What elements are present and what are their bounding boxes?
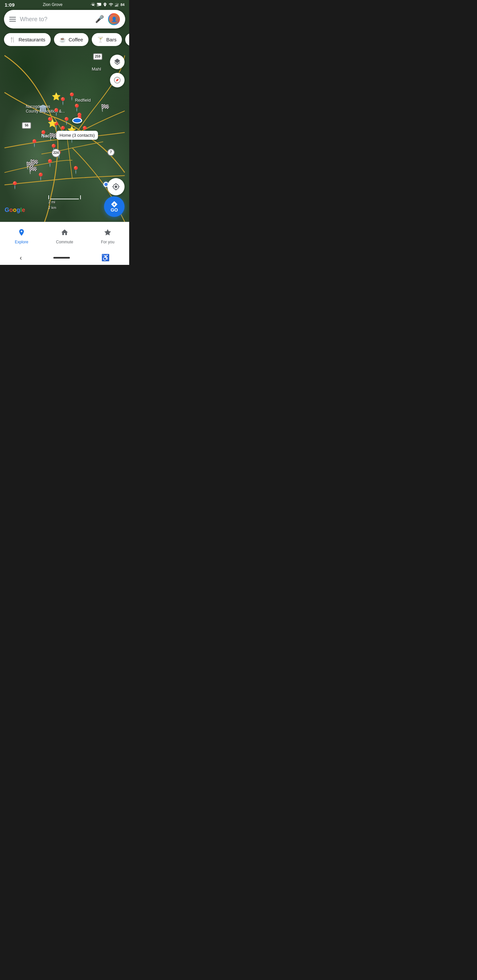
status-icons: 84 [91, 2, 124, 7]
foryou-label: For you [101, 240, 115, 244]
home-bar[interactable] [53, 257, 70, 259]
alarm-icon [91, 2, 96, 7]
map-pin-teal-1[interactable]: 📍 [67, 93, 76, 100]
foryou-icon [104, 228, 112, 239]
scale-text-km: 2 km [48, 205, 56, 210]
signal-icon [115, 2, 119, 7]
nav-commute[interactable]: Commute [43, 228, 86, 244]
search-bar-container: Where to? 🎤 👤 [4, 10, 125, 29]
back-button[interactable]: ‹ [11, 251, 30, 264]
map-pin-teal-18[interactable]: 📍 [36, 173, 45, 180]
layers-button[interactable] [110, 55, 124, 69]
map-pin-teal-13[interactable]: 📍 [30, 140, 39, 147]
map-label-mahl: Mahl [92, 67, 101, 72]
map-pin-yellow-1[interactable]: ⭐ [52, 93, 61, 100]
system-nav: ‹ ♿ [0, 250, 129, 265]
bottom-nav: Explore Commute For you [0, 222, 129, 250]
avatar-image: 👤 [109, 14, 119, 24]
map-pin-green-bottom-2[interactable]: 🏁 [26, 162, 35, 169]
search-placeholder[interactable]: Where to? [20, 16, 91, 23]
bars-icon: 🍸 [97, 37, 104, 43]
hamburger-menu[interactable] [9, 17, 16, 22]
map-pin-yellow-2[interactable]: ⭐ [48, 120, 57, 127]
pill-coffee[interactable]: ☕ Coffee [54, 33, 88, 46]
pill-restaurants-label: Restaurants [19, 37, 45, 42]
map-pin-teal-11[interactable]: 📍 [39, 131, 48, 138]
coffee-icon: ☕ [59, 37, 66, 43]
restaurants-icon: 🍴 [9, 37, 16, 43]
status-time: 1:09 [5, 2, 14, 8]
map-pin-teal-4[interactable]: 📍 [52, 108, 61, 116]
pill-more[interactable]: ··· More [125, 33, 129, 46]
route-sign-56: 56 [22, 122, 31, 129]
map-pin-teal-6[interactable]: 📍 [62, 118, 71, 125]
location-icon [103, 2, 107, 7]
explore-icon [18, 228, 26, 239]
home-popup[interactable]: Home (3 contacts) [56, 131, 98, 140]
explore-label: Explore [15, 240, 29, 244]
user-avatar[interactable]: 👤 [108, 13, 120, 25]
pill-bars-label: Bars [106, 37, 116, 42]
map-label-redfield: Redfield [75, 98, 91, 103]
map-pin-teal-3[interactable]: 📍 [72, 104, 81, 111]
pill-restaurants[interactable]: 🍴 Restaurants [4, 33, 51, 46]
go-nav-icon [111, 200, 118, 208]
map-pin-teal-16[interactable]: 📍 [45, 159, 54, 167]
svg-rect-2 [117, 4, 118, 6]
cast-icon [97, 2, 101, 7]
map-pin-green-1[interactable]: 🏁 [101, 104, 110, 111]
scale-bar: 2 mi 2 km [48, 195, 81, 210]
scale-text-miles: 2 mi [48, 200, 55, 204]
map-pin-gray[interactable]: 🏛️ [39, 104, 47, 112]
google-logo: Google [5, 207, 25, 213]
wifi-icon [108, 2, 113, 7]
svg-rect-1 [116, 5, 116, 6]
compass-button[interactable] [110, 73, 124, 88]
search-bar[interactable]: Where to? 🎤 👤 [4, 10, 125, 29]
accessibility-button[interactable]: ♿ [93, 251, 118, 264]
route-sign-259: 259 [93, 53, 102, 60]
nav-foryou[interactable]: For you [86, 228, 129, 244]
category-pills: 🍴 Restaurants ☕ Coffee 🍸 Bars ··· More [0, 33, 129, 46]
location-button[interactable] [107, 178, 124, 195]
route-sign-7: 7 [107, 149, 115, 156]
pill-bars[interactable]: 🍸 Bars [92, 33, 122, 46]
route-sign-224: 224 [52, 149, 60, 157]
status-bar: 1:09 Zion Grove 84 [0, 0, 129, 9]
go-label: GO [111, 207, 118, 213]
mic-icon[interactable]: 🎤 [95, 15, 104, 24]
go-button[interactable]: GO [104, 196, 124, 217]
pill-coffee-label: Coffee [69, 37, 83, 42]
svg-rect-3 [118, 4, 119, 6]
battery-level: 84 [121, 3, 124, 6]
map-pin-teal-17[interactable]: 📍 [71, 167, 80, 174]
map-pin-bottom-left[interactable]: 📍 [10, 182, 19, 189]
nav-explore[interactable]: Explore [0, 228, 43, 244]
commute-icon [61, 228, 69, 239]
status-location: Zion Grove [43, 2, 62, 7]
commute-label: Commute [56, 240, 73, 244]
svg-rect-0 [115, 5, 116, 6]
